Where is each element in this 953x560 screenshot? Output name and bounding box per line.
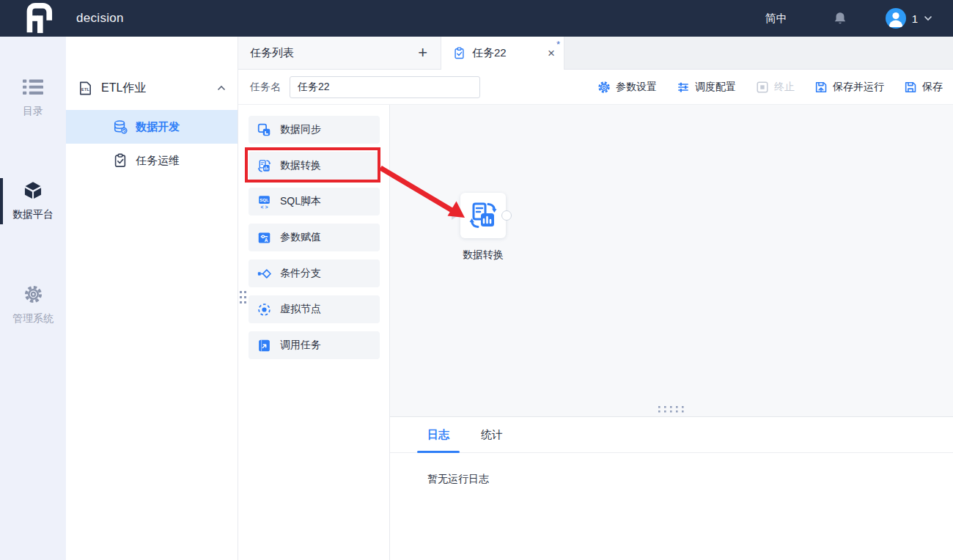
canvas-node-data-transform[interactable] bbox=[460, 193, 506, 238]
schedule-config-button[interactable]: 调度配置 bbox=[677, 81, 736, 94]
sidebar-item-label: 数据开发 bbox=[136, 120, 180, 134]
rail-item-data-platform[interactable]: 数据平台 bbox=[0, 177, 66, 226]
admin-gear-icon bbox=[23, 284, 43, 304]
sidebar-group-etl-jobs[interactable]: ETL ETL作业 bbox=[66, 73, 238, 103]
tab-strip-filler bbox=[564, 37, 953, 69]
app-title: decision bbox=[76, 11, 124, 26]
catalog-list-icon bbox=[23, 78, 43, 97]
rail-item-label: 数据平台 bbox=[12, 208, 54, 221]
svg-text:ETL: ETL bbox=[81, 87, 89, 92]
bell-icon[interactable] bbox=[833, 11, 847, 26]
node-output-port[interactable] bbox=[501, 210, 512, 221]
user-menu[interactable]: 1 bbox=[886, 8, 932, 29]
svg-text:< >: < > bbox=[261, 204, 268, 208]
canvas-node-label: 数据转换 bbox=[436, 248, 530, 262]
tab-modified-mark: * bbox=[556, 39, 560, 50]
node-input-port[interactable] bbox=[452, 211, 458, 220]
palette-item-data-sync[interactable]: 数据同步 bbox=[249, 116, 380, 144]
rail-item-label: 目录 bbox=[23, 105, 43, 118]
chevron-up-icon[interactable] bbox=[217, 85, 226, 91]
call-task-icon bbox=[257, 339, 271, 353]
app-window: decision 简中 1 bbox=[0, 0, 953, 560]
clipboard-check-icon bbox=[453, 47, 466, 59]
username: 1 bbox=[912, 12, 918, 25]
palette-item-param-assign[interactable]: A 参数赋值 bbox=[249, 224, 380, 251]
svg-text:SQL: SQL bbox=[260, 198, 269, 202]
svg-text:A: A bbox=[265, 237, 268, 242]
etl-canvas[interactable]: 数据转换 bbox=[390, 105, 953, 416]
node-palette: 数据同步 数据转换 SQL < > SQL脚本 bbox=[238, 105, 390, 560]
etl-document-icon: ETL bbox=[78, 81, 93, 96]
palette-item-call-task[interactable]: 调用任务 bbox=[249, 331, 380, 359]
fanruan-logo-icon[interactable] bbox=[21, 2, 53, 34]
palette-item-data-transform[interactable]: 数据转换 bbox=[249, 152, 380, 180]
topbar: decision 简中 1 bbox=[0, 0, 953, 37]
param-assign-icon: A bbox=[257, 231, 271, 245]
rail-item-admin[interactable]: 管理系统 bbox=[0, 280, 66, 330]
log-empty-message: 暂无运行日志 bbox=[390, 453, 953, 486]
tab-task22[interactable]: 任务22 × * bbox=[441, 37, 564, 70]
data-transform-icon bbox=[468, 201, 498, 230]
rail-item-label: 管理系统 bbox=[12, 312, 54, 325]
tab-statistics[interactable]: 统计 bbox=[481, 417, 503, 453]
sidebar-item-label: 任务运维 bbox=[136, 154, 180, 168]
save-and-run-button[interactable]: 保存并运行 bbox=[814, 81, 884, 94]
task-list-title: 任务列表 bbox=[250, 46, 294, 60]
chevron-down-icon bbox=[924, 15, 932, 21]
tab-close-icon[interactable]: × bbox=[548, 46, 555, 61]
param-settings-button[interactable]: 参数设置 bbox=[597, 81, 657, 94]
sidebar-item-data-development[interactable]: 数据开发 bbox=[66, 110, 238, 144]
user-avatar bbox=[886, 8, 906, 29]
save-icon bbox=[904, 81, 917, 94]
condition-branch-icon bbox=[257, 267, 271, 281]
database-sync-icon bbox=[113, 119, 128, 134]
language-switch[interactable]: 简中 bbox=[765, 12, 787, 26]
data-platform-cube-icon bbox=[23, 181, 43, 200]
add-task-button[interactable]: + bbox=[418, 45, 427, 61]
tab-log[interactable]: 日志 bbox=[427, 417, 449, 453]
palette-item-condition-branch[interactable]: 条件分支 bbox=[249, 259, 380, 287]
schedule-sliders-icon bbox=[677, 81, 690, 94]
panel-resize-handle-icon[interactable] bbox=[658, 405, 685, 414]
clipboard-check-icon bbox=[113, 153, 128, 168]
rail-item-catalog[interactable]: 目录 bbox=[0, 73, 66, 122]
sidebar-etl: ETL ETL作业 数据开发 bbox=[66, 37, 238, 560]
sidebar-item-task-ops[interactable]: 任务运维 bbox=[66, 144, 238, 177]
person-icon bbox=[886, 8, 906, 29]
log-panel: 日志 统计 暂无运行日志 bbox=[390, 416, 953, 560]
palette-item-sql-script[interactable]: SQL < > SQL脚本 bbox=[249, 188, 380, 215]
left-rail: 目录 数据平台 管理系统 bbox=[0, 37, 66, 560]
sidebar-group-label: ETL作业 bbox=[101, 81, 146, 96]
tab-strip: 任务列表 + 任务22 × * bbox=[238, 37, 953, 70]
task-name-input[interactable] bbox=[290, 76, 480, 98]
settings-gear-icon bbox=[597, 81, 611, 94]
virtual-node-icon bbox=[257, 303, 271, 317]
stop-icon bbox=[756, 81, 769, 94]
tab-label: 任务22 bbox=[472, 46, 507, 60]
sql-script-icon: SQL < > bbox=[257, 195, 271, 209]
palette-drag-handle-icon[interactable] bbox=[239, 290, 248, 309]
terminate-button[interactable]: 终止 bbox=[756, 81, 795, 94]
task-toolbar: 任务名 参数设置 调度配置 bbox=[238, 70, 953, 105]
save-and-run-icon bbox=[814, 81, 828, 94]
data-transform-icon bbox=[257, 159, 271, 173]
task-list-panel-header: 任务列表 + bbox=[238, 37, 441, 69]
task-name-label: 任务名 bbox=[250, 81, 281, 94]
palette-item-virtual-node[interactable]: 虚拟节点 bbox=[249, 295, 380, 323]
data-sync-icon bbox=[257, 123, 271, 137]
save-button[interactable]: 保存 bbox=[904, 81, 943, 94]
